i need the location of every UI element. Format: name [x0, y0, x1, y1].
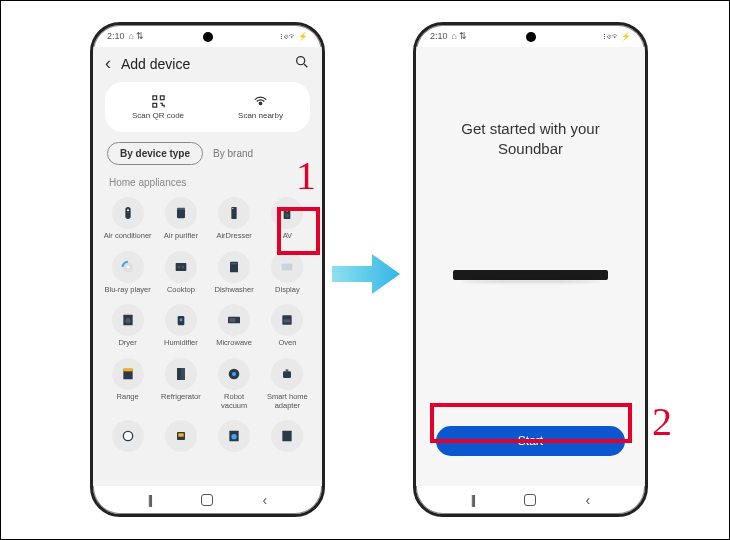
- smart-home-adapter-icon: [271, 358, 303, 390]
- device-air-purifier[interactable]: Air purifier: [154, 194, 207, 246]
- device-label: Range: [117, 393, 139, 402]
- nav-bar: ||| ‹: [93, 486, 322, 514]
- scan-nearby-option[interactable]: Scan nearby: [238, 95, 283, 120]
- device-label: Blu-ray player: [104, 286, 150, 295]
- device-air-conditioner[interactable]: Air conditioner: [101, 194, 154, 246]
- device-label: AV: [283, 232, 292, 241]
- cooktop-icon: [165, 251, 197, 283]
- svg-point-0: [297, 57, 305, 65]
- nav-back[interactable]: ‹: [586, 492, 591, 508]
- status-icons-left: ⌂ ⇅: [452, 31, 468, 41]
- device-airdresser[interactable]: AirDresser: [208, 194, 261, 246]
- soundbar-image: [453, 270, 608, 280]
- device-dishwasher[interactable]: Dishwasher: [208, 248, 261, 300]
- device-bluray[interactable]: Blu-ray player: [101, 248, 154, 300]
- status-icons-right: ⋮ ⊘ ᯤ ⚡: [602, 32, 631, 41]
- svg-point-16: [126, 265, 129, 268]
- svg-point-7: [127, 209, 129, 211]
- device-label: Robot vacuum: [210, 393, 258, 410]
- phone-right: 2:10 ⌂ ⇅ ⋮ ⊘ ᯤ ⚡ Get started with your S…: [413, 22, 648, 517]
- robot-vacuum-icon: [218, 358, 250, 390]
- device-av[interactable]: AV: [261, 194, 314, 246]
- microwave-icon: [218, 304, 250, 336]
- scan-qr-label: Scan QR code: [132, 111, 184, 120]
- device-icon: [165, 420, 197, 452]
- device-display[interactable]: Display: [261, 248, 314, 300]
- nav-recents[interactable]: |||: [471, 493, 474, 507]
- device-cooktop[interactable]: Cooktop: [154, 248, 207, 300]
- air-conditioner-icon: [112, 197, 144, 229]
- display-icon: [271, 251, 303, 283]
- filter-by-type[interactable]: By device type: [107, 142, 203, 165]
- svg-point-24: [125, 318, 130, 323]
- arrow-icon: [332, 252, 402, 296]
- device-label: Air conditioner: [104, 232, 152, 241]
- status-icons-right: ⋮ ⊘ ᯤ ⚡: [279, 32, 308, 41]
- svg-rect-43: [283, 431, 292, 442]
- svg-rect-3: [160, 96, 164, 100]
- svg-marker-44: [332, 254, 400, 294]
- start-button[interactable]: Start: [436, 426, 625, 456]
- nav-bar: ||| ‹: [416, 486, 645, 514]
- nav-back[interactable]: ‹: [263, 492, 268, 508]
- device-refrigerator[interactable]: Refrigerator: [154, 355, 207, 415]
- dryer-icon: [112, 304, 144, 336]
- svg-rect-31: [123, 369, 132, 372]
- back-icon[interactable]: ‹: [105, 53, 111, 74]
- svg-rect-6: [125, 207, 130, 219]
- svg-rect-21: [231, 263, 238, 264]
- svg-rect-29: [284, 320, 291, 323]
- device-label: Dishwasher: [215, 286, 254, 295]
- device-label: Cooktop: [167, 286, 195, 295]
- device-microwave[interactable]: Microwave: [208, 301, 261, 353]
- search-icon[interactable]: [294, 54, 310, 73]
- device-item[interactable]: [261, 417, 314, 460]
- device-oven[interactable]: Oven: [261, 301, 314, 353]
- device-smart-home-adapter[interactable]: Smart home adapter: [261, 355, 314, 415]
- device-label: Microwave: [216, 339, 252, 348]
- filter-row: By device type By brand: [93, 142, 322, 173]
- nav-home[interactable]: [524, 494, 536, 506]
- svg-rect-8: [177, 209, 185, 218]
- oven-icon: [271, 304, 303, 336]
- device-robot-vacuum[interactable]: Robot vacuum: [208, 355, 261, 415]
- scan-nearby-label: Scan nearby: [238, 111, 283, 120]
- status-bar: 2:10 ⌂ ⇅ ⋮ ⊘ ᯤ ⚡: [93, 25, 322, 47]
- status-time: 2:10: [430, 31, 448, 41]
- svg-rect-32: [177, 368, 181, 380]
- scan-qr-option[interactable]: Scan QR code: [132, 95, 184, 120]
- device-icon: [218, 420, 250, 452]
- device-grid: Air conditioner Air purifier AirDresser …: [93, 194, 322, 460]
- svg-point-5: [259, 102, 262, 105]
- svg-rect-36: [283, 371, 291, 378]
- spacer: [416, 280, 645, 427]
- airdresser-icon: [218, 197, 250, 229]
- header: ‹ Add device: [93, 47, 322, 82]
- status-icons-left: ⌂ ⇅: [129, 31, 145, 41]
- av-icon: [271, 197, 303, 229]
- svg-rect-22: [282, 263, 293, 270]
- filter-by-brand[interactable]: By brand: [213, 148, 253, 159]
- phone-left: 2:10 ⌂ ⇅ ⋮ ⊘ ᯤ ⚡ ‹ Add device Scan QR co…: [90, 22, 325, 517]
- volume-button: [323, 140, 325, 190]
- device-dryer[interactable]: Dryer: [101, 301, 154, 353]
- svg-rect-4: [152, 103, 156, 107]
- device-item[interactable]: [101, 417, 154, 460]
- svg-rect-11: [232, 208, 233, 209]
- status-bar: 2:10 ⌂ ⇅ ⋮ ⊘ ᯤ ⚡: [416, 25, 645, 47]
- device-label: AirDresser: [216, 232, 251, 241]
- device-humidifier[interactable]: Humidifier: [154, 301, 207, 353]
- device-icon: [271, 420, 303, 452]
- svg-point-14: [285, 214, 289, 218]
- title-line-2: Soundbar: [498, 140, 563, 157]
- device-range[interactable]: Range: [101, 355, 154, 415]
- nav-recents[interactable]: |||: [148, 493, 151, 507]
- device-item[interactable]: [154, 417, 207, 460]
- svg-rect-27: [229, 318, 235, 322]
- device-item[interactable]: [208, 417, 261, 460]
- svg-rect-17: [176, 263, 187, 271]
- device-label: Humidifier: [164, 339, 198, 348]
- svg-point-38: [123, 431, 132, 440]
- device-label: Refrigerator: [161, 393, 201, 402]
- nav-home[interactable]: [201, 494, 213, 506]
